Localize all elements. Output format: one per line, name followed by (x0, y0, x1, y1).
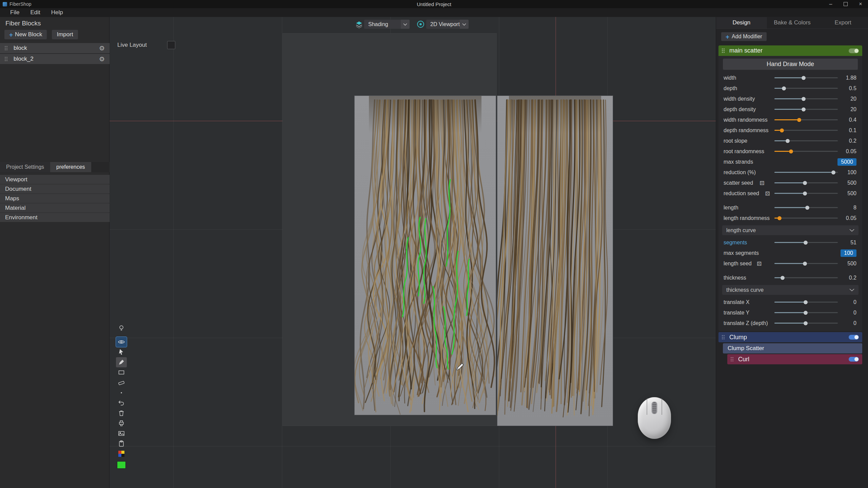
slider-translate-z-depth[interactable] (774, 321, 838, 326)
tab-design[interactable]: Design (716, 17, 767, 28)
param-value[interactable]: 0 (853, 310, 856, 316)
slider-handle[interactable] (781, 276, 785, 280)
menu-item-help[interactable]: Help (46, 8, 68, 17)
slider-handle[interactable] (804, 321, 808, 325)
param-value[interactable]: 500 (847, 180, 856, 186)
menu-item-edit[interactable]: Edit (25, 8, 45, 17)
settings-item-material[interactable]: Material (0, 203, 110, 212)
image-icon[interactable] (116, 428, 127, 439)
slider-handle[interactable] (786, 139, 790, 143)
minimize-button[interactable]: – (823, 0, 838, 8)
slider-handle[interactable] (802, 107, 806, 111)
toggle-curl[interactable] (849, 357, 859, 362)
dice-icon[interactable]: ⚄ (765, 190, 770, 197)
viewport-mode-dropdown[interactable]: 2D Viewport (426, 20, 469, 29)
param-value[interactable]: 8 (853, 205, 856, 211)
add-modifier-button[interactable]: +Add Modifier (721, 32, 767, 41)
param-value[interactable]: 1.88 (846, 75, 856, 81)
slider-depth-randomness[interactable] (774, 128, 838, 133)
param-value[interactable]: 0.05 (846, 215, 856, 221)
param-value[interactable]: 0.1 (849, 127, 856, 134)
param-value[interactable]: 0.4 (849, 117, 856, 123)
param-value[interactable]: 0.05 (846, 148, 856, 155)
tab-project-settings[interactable]: Project Settings (0, 162, 50, 172)
param-value[interactable]: 0.2 (849, 275, 856, 281)
slider-handle[interactable] (789, 149, 793, 154)
param-value[interactable]: 20 (850, 106, 856, 113)
slider-length[interactable] (774, 205, 838, 210)
slider-width-density[interactable] (774, 97, 838, 101)
hand-draw-mode-button[interactable]: Hand Draw Mode (723, 59, 858, 70)
settings-item-environment[interactable]: Environment (0, 213, 110, 222)
block-list-item[interactable]: block_2⚙ (0, 54, 110, 64)
param-value[interactable]: 100 (841, 249, 856, 257)
slider-handle[interactable] (802, 76, 806, 80)
modifier-header-main-scatter[interactable]: main scatter (718, 45, 862, 56)
maximize-button[interactable] (838, 0, 853, 8)
curve-section-length-curve[interactable]: length curve (722, 225, 859, 235)
drag-grip-icon[interactable] (5, 57, 7, 61)
draw-icon[interactable] (116, 357, 127, 367)
point-icon[interactable] (116, 388, 127, 398)
param-value[interactable]: 51 (850, 240, 856, 246)
gear-icon[interactable]: ⚙ (99, 44, 105, 52)
slider-thickness[interactable] (774, 276, 838, 280)
active-color-swatch[interactable] (116, 460, 127, 470)
drag-grip-icon[interactable] (722, 335, 725, 340)
dice-icon[interactable]: ⚄ (760, 180, 764, 186)
slider-handle[interactable] (777, 216, 782, 220)
viewport-canvas[interactable]: Shading 2D Viewport Live Layout (110, 17, 716, 488)
settings-item-viewport[interactable]: Viewport (0, 175, 110, 184)
color-swatches-icon[interactable] (116, 449, 127, 459)
hair-block-preview-left[interactable] (354, 96, 496, 415)
printer-icon[interactable] (116, 418, 127, 428)
light-icon[interactable] (116, 323, 127, 333)
menu-item-file[interactable]: File (5, 8, 25, 17)
slider-reduction-seed[interactable] (774, 191, 838, 196)
slider-root-slope[interactable] (774, 139, 838, 143)
param-value[interactable]: 5000 (837, 158, 856, 166)
select-icon[interactable] (116, 347, 127, 357)
slider-length-randomness[interactable] (774, 216, 838, 221)
modifier-curl[interactable]: Curl (727, 354, 862, 364)
toggle-clump[interactable] (849, 335, 859, 340)
tab-export[interactable]: Export (817, 17, 868, 28)
eye-icon[interactable] (116, 337, 127, 347)
slider-length-seed[interactable] (774, 261, 838, 266)
modifier-clump[interactable]: Clump (718, 332, 862, 342)
curve-section-thickness-curve[interactable]: thickness curve (722, 285, 859, 295)
slider-handle[interactable] (831, 170, 835, 175)
slider-handle[interactable] (804, 241, 808, 245)
slider-width-randomness[interactable] (774, 118, 838, 122)
live-layout-checkbox[interactable] (167, 41, 175, 49)
new-block-button[interactable]: +New Block (4, 30, 47, 39)
block-list-item[interactable]: block⚙ (0, 43, 110, 53)
param-value[interactable]: 0.5 (849, 85, 856, 92)
drag-grip-icon[interactable] (722, 48, 725, 53)
eraser-icon[interactable] (116, 378, 127, 388)
gear-icon[interactable]: ⚙ (99, 55, 105, 63)
main-scatter-toggle[interactable] (849, 48, 859, 53)
modifier-clump-scatter[interactable]: Clump Scatter (723, 343, 862, 353)
slider-translate-x[interactable] (774, 300, 838, 305)
shading-dropdown[interactable]: Shading (364, 20, 410, 29)
import-button[interactable]: Import (52, 30, 78, 39)
param-value[interactable]: 0.2 (849, 138, 856, 144)
slider-handle[interactable] (803, 262, 807, 266)
slider-handle[interactable] (804, 311, 808, 315)
slider-handle[interactable] (805, 206, 809, 210)
slider-handle[interactable] (780, 128, 784, 133)
dice-icon[interactable]: ⚄ (757, 260, 762, 267)
slider-segments[interactable] (774, 240, 838, 245)
slider-reduction[interactable] (774, 170, 838, 175)
tab-preferences[interactable]: preferences (50, 162, 91, 172)
param-value[interactable]: 100 (847, 169, 856, 176)
slider-translate-y[interactable] (774, 310, 838, 315)
settings-item-maps[interactable]: Maps (0, 194, 110, 203)
slider-depth-density[interactable] (774, 107, 838, 112)
slider-handle[interactable] (802, 97, 806, 101)
drag-grip-icon[interactable] (731, 357, 733, 362)
slider-handle[interactable] (803, 181, 807, 185)
slider-handle[interactable] (782, 86, 786, 90)
slider-handle[interactable] (804, 300, 808, 304)
